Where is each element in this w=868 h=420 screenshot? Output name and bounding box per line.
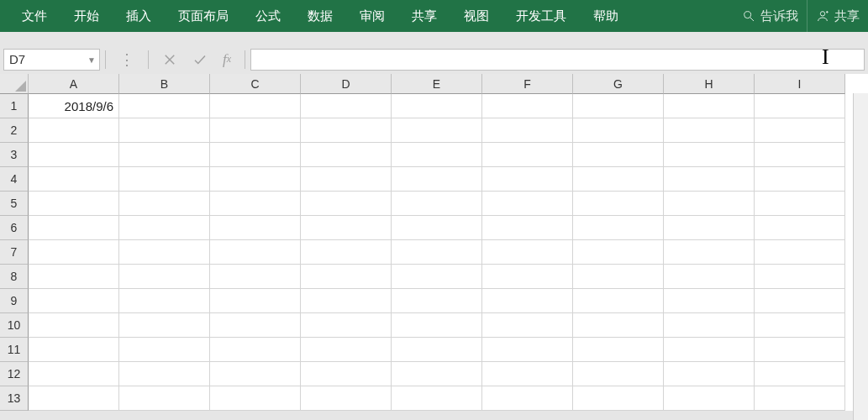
col-header-C[interactable]: C (210, 74, 301, 94)
cell-B1[interactable] (119, 94, 210, 118)
cell-C12[interactable] (210, 362, 301, 386)
ribbon-tab-insert[interactable]: 插入 (113, 0, 165, 32)
cell-I5[interactable] (755, 192, 845, 216)
col-header-B[interactable]: B (119, 74, 210, 94)
cell-E7[interactable] (392, 240, 482, 265)
col-header-F[interactable]: F (482, 74, 573, 94)
cell-A3[interactable] (29, 143, 119, 167)
cell-B4[interactable] (119, 167, 210, 192)
cell-A2[interactable] (29, 118, 119, 143)
cell-F2[interactable] (482, 118, 573, 143)
cell-H1[interactable] (664, 94, 755, 118)
formula-input[interactable] (250, 49, 865, 71)
ribbon-tab-view[interactable]: 视图 (450, 0, 502, 32)
cell-D5[interactable] (301, 192, 392, 216)
cell-C11[interactable] (210, 338, 301, 362)
cell-D6[interactable] (301, 216, 392, 240)
cell-A11[interactable] (29, 338, 119, 362)
row-header-11[interactable]: 11 (0, 338, 29, 362)
vertical-scrollbar[interactable] (853, 93, 868, 420)
cell-F11[interactable] (482, 338, 573, 362)
cell-D1[interactable] (301, 94, 392, 118)
cell-G11[interactable] (573, 338, 664, 362)
cell-B2[interactable] (119, 118, 210, 143)
cell-D11[interactable] (301, 338, 392, 362)
cell-A12[interactable] (29, 362, 119, 386)
cell-B6[interactable] (119, 216, 210, 240)
cell-G8[interactable] (573, 265, 664, 289)
cell-B7[interactable] (119, 240, 210, 265)
cell-F8[interactable] (482, 265, 573, 289)
cell-C7[interactable] (210, 240, 301, 265)
cell-C4[interactable] (210, 167, 301, 192)
cell-C2[interactable] (210, 118, 301, 143)
ribbon-tab-file[interactable]: 文件 (8, 0, 60, 32)
cell-H3[interactable] (664, 143, 755, 167)
cell-B9[interactable] (119, 289, 210, 313)
insert-function-button[interactable]: fx (223, 51, 231, 68)
cell-C1[interactable] (210, 94, 301, 118)
cell-E8[interactable] (392, 265, 482, 289)
ribbon-tab-help[interactable]: 帮助 (580, 0, 632, 32)
cell-E12[interactable] (392, 362, 482, 386)
cell-I6[interactable] (755, 216, 845, 240)
cell-D13[interactable] (301, 386, 392, 411)
ribbon-tab-data[interactable]: 数据 (294, 0, 346, 32)
cell-A7[interactable] (29, 240, 119, 265)
row-header-10[interactable]: 10 (0, 313, 29, 338)
cell-E10[interactable] (392, 313, 482, 338)
cell-G2[interactable] (573, 118, 664, 143)
cell-G10[interactable] (573, 313, 664, 338)
cell-A5[interactable] (29, 192, 119, 216)
cell-A13[interactable] (29, 386, 119, 411)
cell-I12[interactable] (755, 362, 845, 386)
cell-A10[interactable] (29, 313, 119, 338)
col-header-H[interactable]: H (664, 74, 755, 94)
cell-C3[interactable] (210, 143, 301, 167)
cell-G9[interactable] (573, 289, 664, 313)
cell-F4[interactable] (482, 167, 573, 192)
cell-G3[interactable] (573, 143, 664, 167)
col-header-D[interactable]: D (301, 74, 392, 94)
cell-F12[interactable] (482, 362, 573, 386)
cell-B12[interactable] (119, 362, 210, 386)
row-header-4[interactable]: 4 (0, 167, 29, 192)
cell-G13[interactable] (573, 386, 664, 411)
name-box[interactable]: D7 ▼ (3, 49, 100, 71)
col-header-A[interactable]: A (29, 74, 119, 94)
row-header-7[interactable]: 7 (0, 240, 29, 265)
cell-F10[interactable] (482, 313, 573, 338)
ribbon-tab-share[interactable]: 共享 (398, 0, 450, 32)
cell-I10[interactable] (755, 313, 845, 338)
cell-H5[interactable] (664, 192, 755, 216)
tell-me-search[interactable]: 告诉我 (734, 0, 807, 32)
cell-H12[interactable] (664, 362, 755, 386)
cell-E11[interactable] (392, 338, 482, 362)
row-header-5[interactable]: 5 (0, 192, 29, 216)
cell-F3[interactable] (482, 143, 573, 167)
ribbon-tab-pagelayout[interactable]: 页面布局 (165, 0, 242, 32)
row-header-9[interactable]: 9 (0, 289, 29, 313)
cell-F6[interactable] (482, 216, 573, 240)
cell-E1[interactable] (392, 94, 482, 118)
cell-A1[interactable]: 2018/9/6 (29, 94, 119, 118)
share-button[interactable]: 共享 (807, 0, 868, 32)
cell-H13[interactable] (664, 386, 755, 411)
cell-D4[interactable] (301, 167, 392, 192)
cell-H10[interactable] (664, 313, 755, 338)
cell-C13[interactable] (210, 386, 301, 411)
col-header-E[interactable]: E (392, 74, 482, 94)
row-header-13[interactable]: 13 (0, 386, 29, 411)
col-header-I[interactable]: I (755, 74, 845, 94)
enter-formula-button[interactable] (192, 52, 208, 67)
cell-A8[interactable] (29, 265, 119, 289)
cell-E4[interactable] (392, 167, 482, 192)
cell-F9[interactable] (482, 289, 573, 313)
ribbon-tab-review[interactable]: 审阅 (346, 0, 398, 32)
cell-D7[interactable] (301, 240, 392, 265)
cell-D3[interactable] (301, 143, 392, 167)
cell-E5[interactable] (392, 192, 482, 216)
cell-D12[interactable] (301, 362, 392, 386)
cell-A4[interactable] (29, 167, 119, 192)
row-header-2[interactable]: 2 (0, 118, 29, 143)
